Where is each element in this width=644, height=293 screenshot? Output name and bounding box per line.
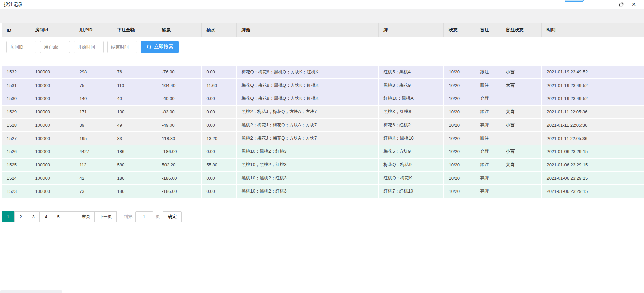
column-header: 房间id <box>30 23 74 37</box>
page-button[interactable]: 下一页 <box>94 211 117 222</box>
cell-blind: 小盲 <box>501 118 541 132</box>
cell-time: 2021-01-06 23:29:15 <box>541 158 644 171</box>
table-row: 153210000029876-76.000.00梅花Q；梅花8；黑桃Q；方块K… <box>2 66 644 79</box>
search-icon <box>147 44 152 50</box>
table-body: 153210000029876-76.000.00梅花Q；梅花8；黑桃Q；方块K… <box>2 66 644 198</box>
cell-room_id: 100000 <box>30 105 74 118</box>
cell-room_id: 100000 <box>30 158 74 171</box>
cell-id: 1525 <box>2 158 30 171</box>
cell-room_id: 100000 <box>30 118 74 132</box>
cell-time: 2021-01-19 23:49:52 <box>541 66 644 79</box>
cell-status: 10/20 <box>443 132 475 145</box>
confirm-button[interactable]: 确定 <box>163 211 182 222</box>
toolbar-band <box>0 9 644 23</box>
cell-bet_amount: 76 <box>112 66 157 79</box>
cell-id: 1526 <box>2 145 30 158</box>
cell-time: 2021-01-19 23:49:52 <box>541 79 644 92</box>
records-table-container: ID房间id用户ID下注金额输赢抽水牌池牌状态盲注盲注状态时间 <box>2 23 644 198</box>
column-header: ID <box>2 23 30 37</box>
cell-cards: 红桃K；黑桃10 <box>378 132 443 145</box>
search-form: 立即搜索 <box>6 41 644 53</box>
cell-win_lose: 118.80 <box>157 132 201 145</box>
page-button[interactable]: 1 <box>2 211 15 222</box>
horizontal-scrollbar-thumb[interactable] <box>0 290 62 293</box>
cell-room_id: 100000 <box>30 185 74 198</box>
restore-icon[interactable] <box>618 1 625 8</box>
cell-action: 跟注 <box>475 105 501 118</box>
close-icon[interactable]: ✕ <box>630 1 637 8</box>
cell-cards: 红桃5；黑桃4 <box>378 66 443 79</box>
table-row: 152710000019583118.8013.20黑桃2；梅花J；梅花Q；方块… <box>2 132 644 145</box>
goto-page-input[interactable] <box>135 211 153 222</box>
page-button[interactable]: 4 <box>39 211 52 222</box>
table-row: 1529100000171100-83.000.00黑桃2；梅花J；梅花Q；方块… <box>2 105 644 118</box>
room-id-input[interactable] <box>6 41 36 53</box>
cell-blind: 大盲 <box>501 105 541 118</box>
page-button[interactable]: 2 <box>14 211 27 222</box>
cell-action: 弃牌 <box>475 171 501 185</box>
cell-rake: 0.00 <box>201 145 236 158</box>
cell-status: 10/20 <box>443 185 475 198</box>
page-ellipsis[interactable]: ... <box>65 211 77 222</box>
cell-action: 跟注 <box>475 79 501 92</box>
cell-bet_amount: 186 <box>112 145 157 158</box>
cell-rake: 0.00 <box>201 185 236 198</box>
cell-cards: 梅花6；红桃2 <box>378 118 443 132</box>
cell-rake: 13.20 <box>201 132 236 145</box>
cell-rake: 0.00 <box>201 105 236 118</box>
cell-room_id: 100000 <box>30 171 74 185</box>
cell-blind: 小盲 <box>501 145 541 158</box>
cell-id: 1530 <box>2 92 30 105</box>
cell-status: 10/20 <box>443 79 475 92</box>
cell-cards: 黑桃8；梅花9 <box>378 79 443 92</box>
cell-pool: 梅花Q；梅花8；黑桃Q；方块K；红桃K <box>236 92 378 105</box>
cell-bet_amount: 49 <box>112 118 157 132</box>
cell-rake: 11.60 <box>201 79 236 92</box>
page-unit-label: 页 <box>156 214 160 220</box>
page-button[interactable]: 3 <box>27 211 40 222</box>
cell-pool: 黑桃2；梅花J；梅花Q；方块A；方块7 <box>236 118 378 132</box>
cell-status: 10/20 <box>443 105 475 118</box>
cell-user_id: 171 <box>74 105 112 118</box>
cell-cards: 红桃7；红桃10 <box>378 185 443 198</box>
cell-time: 2021-01-06 23:29:15 <box>541 145 644 158</box>
column-header: 时间 <box>541 23 644 37</box>
table-row: 152310000073186-186.000.00黑桃10；黑桃2；红桃3红桃… <box>2 185 644 198</box>
cell-id: 1532 <box>2 66 30 79</box>
cell-room_id: 100000 <box>30 92 74 105</box>
page-button[interactable]: 末页 <box>77 211 95 222</box>
start-time-input[interactable] <box>74 41 104 53</box>
table-row: 15261000004427186-186.000.00黑桃10；黑桃2；红桃3… <box>2 145 644 158</box>
column-header: 下注金额 <box>112 23 157 37</box>
page-button[interactable]: 5 <box>52 211 65 222</box>
end-time-input[interactable] <box>107 41 137 53</box>
cell-user_id: 112 <box>74 158 112 171</box>
cell-pool: 黑桃2；梅花J；梅花Q；方块A；方块7 <box>236 105 378 118</box>
cell-pool: 黑桃10；黑桃2；红桃3 <box>236 158 378 171</box>
cell-win_lose: -76.00 <box>157 66 201 79</box>
cell-id: 1531 <box>2 79 30 92</box>
minimize-icon[interactable]: — <box>605 1 612 8</box>
cell-id: 1529 <box>2 105 30 118</box>
column-header: 状态 <box>443 23 475 37</box>
cell-user_id: 73 <box>74 185 112 198</box>
column-header: 牌 <box>378 23 443 37</box>
cell-bet_amount: 40 <box>112 92 157 105</box>
cell-win_lose: 502.20 <box>157 158 201 171</box>
cell-user_id: 140 <box>74 92 112 105</box>
cell-action: 弃牌 <box>475 145 501 158</box>
cell-win_lose: 104.40 <box>157 79 201 92</box>
clipped-blue-button[interactable] <box>565 0 584 2</box>
cell-time: 2021-01-06 23:29:15 <box>541 171 644 185</box>
cell-action: 弃牌 <box>475 118 501 132</box>
table-row: 152410000042186-186.000.00黑桃10；黑桃2；红桃3红桃… <box>2 171 644 185</box>
column-header: 用户ID <box>74 23 112 37</box>
search-button[interactable]: 立即搜索 <box>141 41 179 53</box>
user-uid-input[interactable] <box>40 41 70 53</box>
cell-room_id: 100000 <box>30 145 74 158</box>
table-row: 1525100000112580502.2055.80黑桃10；黑桃2；红桃3梅… <box>2 158 644 171</box>
cell-bet_amount: 186 <box>112 185 157 198</box>
cell-blind <box>501 92 541 105</box>
cell-blind: 小盲 <box>501 66 541 79</box>
records-table: ID房间id用户ID下注金额输赢抽水牌池牌状态盲注盲注状态时间 <box>2 23 644 198</box>
